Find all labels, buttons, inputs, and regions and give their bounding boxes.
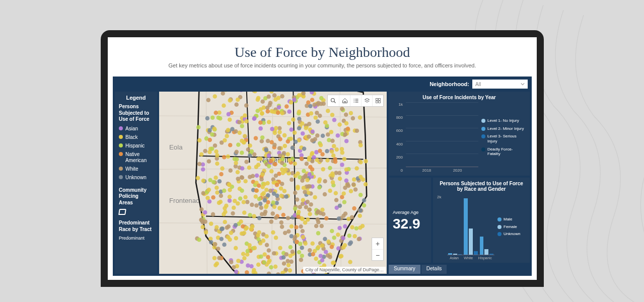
svg-point-561 <box>250 224 255 229</box>
svg-point-747 <box>321 102 326 106</box>
svg-point-638 <box>254 203 259 208</box>
svg-point-180 <box>341 213 346 218</box>
svg-point-277 <box>274 215 278 220</box>
average-age-card: Average Age 32.9 <box>389 178 431 263</box>
map-home-button[interactable] <box>339 95 350 106</box>
map-search-button[interactable] <box>328 95 339 106</box>
svg-point-516 <box>361 177 366 182</box>
race-chart-legend: Male Female Unknown <box>497 194 526 260</box>
svg-point-302 <box>352 177 356 182</box>
zoom-out-button[interactable]: − <box>372 249 383 260</box>
tab-details[interactable]: Details <box>421 265 447 274</box>
svg-point-855 <box>359 160 363 165</box>
svg-point-724 <box>252 214 256 218</box>
svg-point-654 <box>279 194 283 198</box>
svg-point-553 <box>244 103 249 108</box>
svg-point-485 <box>254 136 258 140</box>
svg-point-768 <box>244 119 249 124</box>
svg-point-617 <box>234 102 239 107</box>
tab-bar: Summary Details <box>389 265 530 274</box>
legend-item-asian: Asian <box>119 126 153 132</box>
tab-summary[interactable]: Summary <box>389 265 420 274</box>
svg-point-601 <box>266 95 271 99</box>
svg-point-48 <box>197 138 202 143</box>
svg-point-653 <box>312 155 316 160</box>
svg-point-735 <box>280 161 284 166</box>
svg-point-755 <box>222 212 226 216</box>
svg-point-811 <box>319 158 323 163</box>
svg-point-872 <box>234 161 238 165</box>
list-icon <box>353 98 359 104</box>
svg-point-441 <box>219 194 224 198</box>
svg-point-407 <box>354 166 359 171</box>
svg-point-0 <box>331 99 335 102</box>
chevron-down-icon <box>521 82 525 86</box>
svg-point-836 <box>301 175 306 180</box>
svg-point-757 <box>211 195 216 200</box>
svg-point-777 <box>304 126 308 130</box>
svg-point-848 <box>225 134 229 138</box>
svg-point-598 <box>313 137 317 141</box>
svg-point-806 <box>221 226 225 231</box>
svg-point-476 <box>341 236 345 241</box>
svg-point-500 <box>257 184 261 188</box>
svg-point-745 <box>222 188 227 193</box>
svg-point-355 <box>259 254 263 259</box>
zoom-controls: + − <box>372 238 384 261</box>
svg-point-102 <box>294 225 299 230</box>
svg-point-736 <box>284 194 289 199</box>
map-panel[interactable]: + − City of Naperville, County of DuPage… <box>159 92 387 274</box>
svg-point-861 <box>201 179 206 183</box>
svg-point-793 <box>307 184 311 189</box>
map-legend-button[interactable] <box>350 95 361 106</box>
svg-rect-10 <box>376 101 378 103</box>
svg-point-297 <box>295 197 300 202</box>
laptop-frame: Use of Force by Neighborhood Get key met… <box>70 30 574 302</box>
svg-point-409 <box>328 255 332 259</box>
svg-point-876 <box>280 111 284 115</box>
svg-point-42 <box>199 152 204 157</box>
svg-point-347 <box>323 192 327 197</box>
svg-point-795 <box>210 132 214 137</box>
svg-point-732 <box>273 97 278 102</box>
svg-point-204 <box>207 159 211 164</box>
svg-point-760 <box>320 244 325 248</box>
svg-point-19 <box>344 112 348 117</box>
svg-point-562 <box>330 229 334 234</box>
svg-point-249 <box>348 260 352 264</box>
map-layers-button[interactable] <box>361 95 372 106</box>
svg-point-850 <box>208 138 212 142</box>
svg-point-522 <box>269 219 274 224</box>
svg-point-714 <box>280 94 284 99</box>
svg-point-564 <box>256 233 260 238</box>
svg-point-612 <box>256 98 260 102</box>
zoom-in-button[interactable]: + <box>372 238 383 249</box>
svg-point-734 <box>294 140 298 144</box>
svg-point-706 <box>310 167 315 172</box>
svg-point-730 <box>286 216 291 220</box>
svg-point-743 <box>277 146 282 150</box>
neighborhood-select[interactable]: All <box>472 80 528 89</box>
svg-point-584 <box>247 166 252 170</box>
svg-point-767 <box>314 257 318 261</box>
svg-point-325 <box>308 212 312 216</box>
svg-point-461 <box>238 196 243 201</box>
svg-point-268 <box>214 186 219 190</box>
map-basemap-button[interactable] <box>372 95 383 106</box>
svg-point-586 <box>337 226 342 231</box>
svg-point-181 <box>269 159 273 164</box>
map-canvas: Warrenville Lisle Eola Naperville Fronte… <box>159 92 387 274</box>
svg-point-823 <box>298 242 303 246</box>
svg-point-766 <box>240 189 244 193</box>
svg-point-542 <box>266 260 271 265</box>
svg-point-165 <box>325 149 329 154</box>
svg-point-858 <box>258 241 263 246</box>
legend-dot-white <box>119 167 123 171</box>
svg-point-300 <box>222 104 226 108</box>
svg-point-632 <box>328 166 332 170</box>
svg-point-556 <box>234 129 238 134</box>
svg-point-782 <box>253 246 257 250</box>
svg-point-415 <box>359 193 363 197</box>
svg-point-773 <box>330 113 335 117</box>
svg-point-808 <box>331 154 336 158</box>
